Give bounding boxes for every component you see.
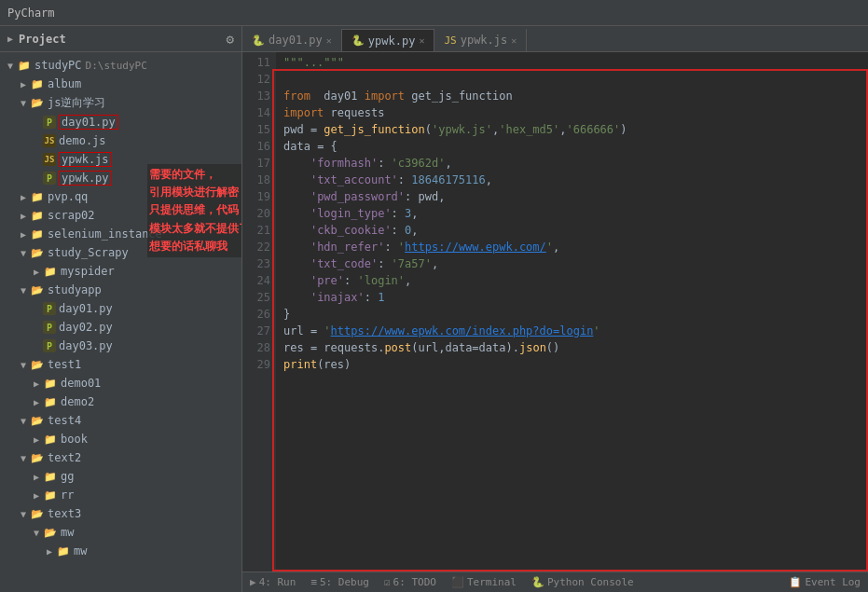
folder-icon: 📂 bbox=[43, 525, 58, 540]
code-line-25: 'inajax': 1 bbox=[283, 289, 861, 306]
tree-label: test1 bbox=[48, 358, 81, 371]
folder-icon: 📁 bbox=[43, 376, 58, 391]
tab-ypwkpy[interactable]: 🐍 ypwk.py ✕ bbox=[342, 29, 435, 51]
folder-icon: 📁 bbox=[43, 432, 58, 447]
tree-item-demo2[interactable]: ▶ 📁 demo2 bbox=[0, 392, 241, 411]
code-line-29: print(res) bbox=[283, 356, 861, 373]
tree-label: album bbox=[48, 77, 81, 90]
sidebar-settings-icon[interactable]: ⚙ bbox=[227, 32, 234, 47]
folder-icon: 📁 bbox=[30, 208, 45, 223]
tree-item-demojs[interactable]: JS demo.js bbox=[0, 131, 241, 150]
folder-icon: 📂 bbox=[30, 413, 45, 428]
expand-arrow: ▶ bbox=[30, 434, 43, 445]
folder-icon: 📁 bbox=[43, 488, 58, 503]
tree-item-text3[interactable]: ▼ 📂 text3 bbox=[0, 504, 241, 523]
expand-arrow: ▶ bbox=[17, 229, 30, 240]
folder-icon: 📂 bbox=[30, 357, 45, 372]
tree-item-demo01[interactable]: ▶ 📁 demo01 bbox=[0, 374, 241, 392]
expand-arrow: ▶ bbox=[17, 79, 30, 89]
tree-item-studyapp-day03[interactable]: P day03.py bbox=[0, 337, 241, 355]
code-line-24: 'pre': 'login', bbox=[283, 272, 861, 289]
close-tab-icon[interactable]: ✕ bbox=[326, 35, 332, 46]
tree-label: studyapp bbox=[48, 283, 102, 296]
expand-arrow: ▼ bbox=[17, 248, 30, 258]
tree-item-studyapp[interactable]: ▼ 📂 studyapp bbox=[0, 281, 241, 299]
bottom-debug[interactable]: ≡ 5: Debug bbox=[310, 576, 369, 588]
close-tab-icon[interactable]: ✕ bbox=[511, 35, 517, 46]
tree-item-text2[interactable]: ▼ 📂 text2 bbox=[0, 448, 241, 467]
tab-ypwkjs[interactable]: JS ypwk.js ✕ bbox=[434, 29, 527, 51]
sidebar-header: ▶ Project ⚙ bbox=[0, 26, 241, 52]
tree-item-js逆向学习[interactable]: ▼ 📂 js逆向学习 bbox=[0, 93, 241, 112]
tree-item-mw2[interactable]: ▶ 📁 mw bbox=[0, 542, 241, 560]
code-line-14: import requests bbox=[283, 104, 861, 121]
tree-item-myspider[interactable]: ▶ 📁 myspider bbox=[0, 262, 241, 281]
tree-item-rr[interactable]: ▶ 📁 rr bbox=[0, 486, 241, 504]
bottom-todo[interactable]: ☑ 6: TODO bbox=[384, 576, 436, 588]
debug-label: 5: Debug bbox=[320, 576, 369, 588]
tree-label: day03.py bbox=[59, 339, 113, 352]
folder-icon: 📁 bbox=[43, 394, 58, 409]
code-line-20: 'login_type': 3, bbox=[283, 205, 861, 222]
expand-arrow: ▼ bbox=[17, 509, 30, 519]
expand-arrow: ▼ bbox=[17, 416, 30, 426]
tree-label: pvp.qq bbox=[48, 190, 88, 203]
sidebar-title: Project bbox=[19, 33, 66, 46]
expand-arrow: ▶ bbox=[30, 490, 43, 501]
main-layout: ▶ Project ⚙ ▼ 📁 studyPC D:\studyPC ▶ 📁 a… bbox=[0, 26, 868, 592]
tree-label: demo01 bbox=[61, 377, 101, 390]
sidebar-tools: ⚙ bbox=[227, 32, 234, 47]
js-tab-icon: JS bbox=[444, 34, 456, 47]
tree-item-day01py[interactable]: P day01.py bbox=[0, 113, 241, 131]
expand-arrow: ▶ bbox=[43, 546, 56, 557]
debug-icon: ≡ bbox=[310, 576, 317, 588]
sidebar-collapse-icon[interactable]: ▶ bbox=[7, 34, 13, 44]
code-line-27: url = 'https://www.epwk.com/index.php?do… bbox=[283, 323, 861, 339]
tree-item-test4[interactable]: ▼ 📂 test4 bbox=[0, 411, 241, 430]
code-line-19: 'pwd_password': pwd, bbox=[283, 188, 861, 205]
bottom-run[interactable]: ▶ 4: Run bbox=[250, 576, 296, 588]
todo-label: 6: TODO bbox=[393, 576, 436, 588]
tree-item-gg[interactable]: ▶ 📁 gg bbox=[0, 467, 241, 486]
folder-icon: 📂 bbox=[30, 95, 45, 110]
tree-item-studyPC[interactable]: ▼ 📁 studyPC D:\studyPC bbox=[0, 56, 241, 75]
tree-label: ypwk.py bbox=[59, 171, 112, 186]
py-tab-icon: 🐍 bbox=[252, 34, 265, 47]
tree-label: rr bbox=[61, 489, 74, 502]
tree-label: day01.py bbox=[59, 115, 118, 130]
tab-label: ypwk.py bbox=[368, 34, 416, 48]
tab-bar: 🐍 day01.py ✕ 🐍 ypwk.py ✕ JS ypwk.js ✕ bbox=[242, 26, 868, 52]
py-file-icon: P bbox=[43, 321, 56, 334]
titlebar: PyCharm bbox=[0, 0, 868, 26]
tree-item-book[interactable]: ▶ 📁 book bbox=[0, 430, 241, 448]
folder-icon: 📁 bbox=[30, 189, 45, 204]
todo-icon: ☑ bbox=[384, 576, 391, 588]
folder-icon: 📂 bbox=[30, 450, 45, 465]
editor-area: 🐍 day01.py ✕ 🐍 ypwk.py ✕ JS ypwk.js ✕ 11… bbox=[242, 26, 868, 592]
folder-icon: 📁 bbox=[43, 264, 58, 279]
tab-day01py[interactable]: 🐍 day01.py ✕ bbox=[242, 29, 342, 51]
bottom-terminal[interactable]: ⬛ Terminal bbox=[451, 576, 517, 588]
close-tab-icon[interactable]: ✕ bbox=[419, 35, 424, 46]
tree-item-mw1[interactable]: ▼ 📂 mw bbox=[0, 523, 241, 542]
tree-item-test1[interactable]: ▼ 📂 test1 bbox=[0, 355, 241, 374]
code-content: """...""" from day01 import get_js_funct… bbox=[276, 52, 868, 571]
tree-path: D:\studyPC bbox=[86, 60, 147, 72]
code-line-28: res = requests.post(url,data=data).json(… bbox=[283, 339, 861, 356]
bottom-event-log[interactable]: 📋 Event Log bbox=[789, 576, 861, 588]
folder-icon: 📁 bbox=[30, 227, 45, 241]
folder-icon: 📂 bbox=[30, 506, 45, 521]
expand-arrow: ▶ bbox=[30, 472, 43, 482]
expand-arrow: ▶ bbox=[30, 397, 43, 407]
code-line-21: 'ckb_cookie': 0, bbox=[283, 222, 861, 239]
tree-label: day02.py bbox=[59, 321, 113, 334]
expand-arrow: ▼ bbox=[17, 285, 30, 296]
tree-item-studyapp-day02[interactable]: P day02.py bbox=[0, 318, 241, 337]
line-numbers: 11 12 13 14 15 16 17 18 19 20 21 22 23 2… bbox=[242, 52, 276, 571]
tree-item-album[interactable]: ▶ 📁 album bbox=[0, 75, 241, 93]
tree-label: text2 bbox=[48, 451, 81, 464]
tree-label: selenium_instance bbox=[48, 227, 162, 241]
tree-label: mw bbox=[74, 544, 87, 558]
tree-item-studyapp-day01[interactable]: P day01.py bbox=[0, 299, 241, 318]
bottom-python-console[interactable]: 🐍 Python Console bbox=[531, 576, 634, 588]
